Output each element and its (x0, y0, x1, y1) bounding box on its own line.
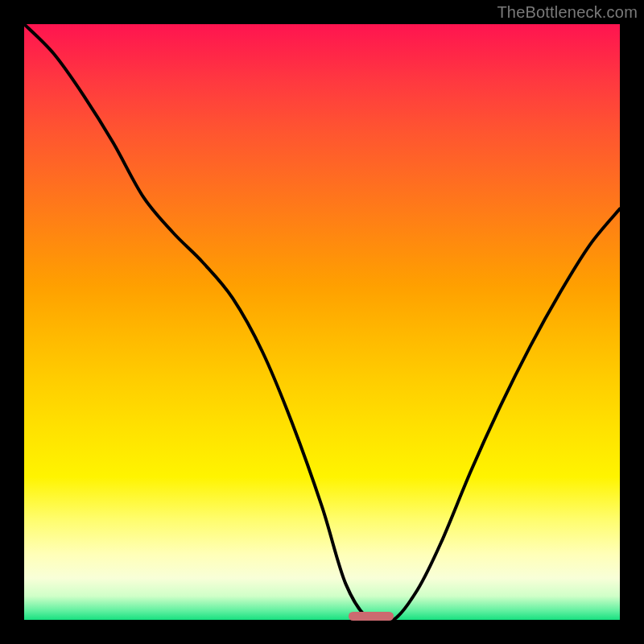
watermark-text: TheBottleneck.com (497, 3, 638, 22)
chart-frame: TheBottleneck.com (0, 0, 644, 644)
optimal-range-marker (349, 612, 394, 621)
plot-area (24, 24, 620, 620)
bottleneck-curve (24, 24, 620, 620)
curve-layer (24, 24, 620, 620)
